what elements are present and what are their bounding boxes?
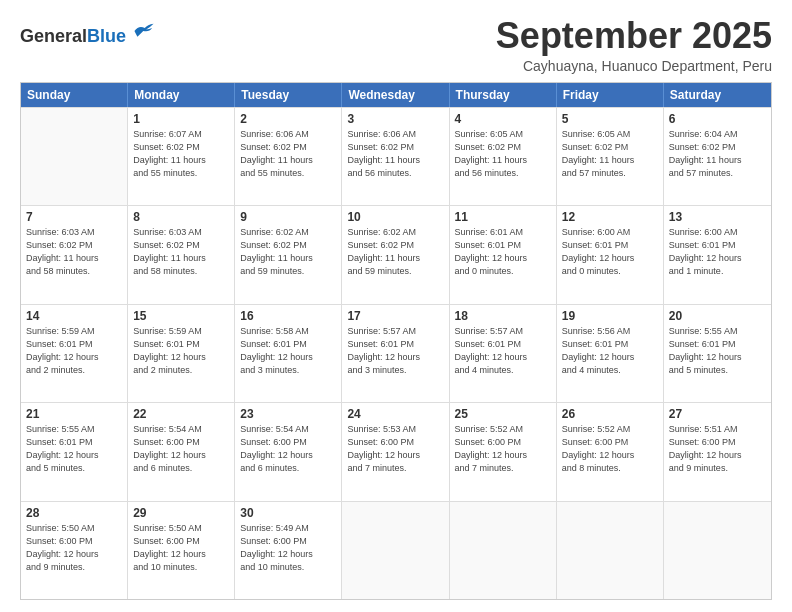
day-number: 8 [133,210,229,224]
day-info: Sunrise: 5:55 AM Sunset: 6:01 PM Dayligh… [669,325,766,377]
day-info: Sunrise: 6:00 AM Sunset: 6:01 PM Dayligh… [669,226,766,278]
day-info: Sunrise: 6:04 AM Sunset: 6:02 PM Dayligh… [669,128,766,180]
day-info: Sunrise: 6:05 AM Sunset: 6:02 PM Dayligh… [562,128,658,180]
day-info: Sunrise: 5:50 AM Sunset: 6:00 PM Dayligh… [26,522,122,574]
calendar-cell: 12Sunrise: 6:00 AM Sunset: 6:01 PM Dayli… [557,206,664,303]
day-info: Sunrise: 6:06 AM Sunset: 6:02 PM Dayligh… [347,128,443,180]
calendar-cell: 3Sunrise: 6:06 AM Sunset: 6:02 PM Daylig… [342,108,449,205]
day-number: 9 [240,210,336,224]
day-number: 27 [669,407,766,421]
day-info: Sunrise: 5:51 AM Sunset: 6:00 PM Dayligh… [669,423,766,475]
calendar: SundayMondayTuesdayWednesdayThursdayFrid… [20,82,772,600]
day-number: 5 [562,112,658,126]
calendar-cell: 28Sunrise: 5:50 AM Sunset: 6:00 PM Dayli… [21,502,128,599]
calendar-cell: 4Sunrise: 6:05 AM Sunset: 6:02 PM Daylig… [450,108,557,205]
day-number: 10 [347,210,443,224]
day-number: 16 [240,309,336,323]
weekday-header: Thursday [450,83,557,107]
day-info: Sunrise: 6:07 AM Sunset: 6:02 PM Dayligh… [133,128,229,180]
logo-bird-icon [133,20,155,42]
weekday-header: Monday [128,83,235,107]
day-number: 6 [669,112,766,126]
calendar-cell [557,502,664,599]
weekday-header: Tuesday [235,83,342,107]
calendar-cell: 25Sunrise: 5:52 AM Sunset: 6:00 PM Dayli… [450,403,557,500]
calendar-cell [21,108,128,205]
calendar-cell [450,502,557,599]
calendar-cell [342,502,449,599]
calendar-cell: 29Sunrise: 5:50 AM Sunset: 6:00 PM Dayli… [128,502,235,599]
day-number: 20 [669,309,766,323]
weekday-header: Saturday [664,83,771,107]
calendar-header: SundayMondayTuesdayWednesdayThursdayFrid… [21,83,771,107]
logo-blue-text: Blue [87,26,126,46]
calendar-row: 7Sunrise: 6:03 AM Sunset: 6:02 PM Daylig… [21,205,771,303]
weekday-header: Sunday [21,83,128,107]
page: GeneralBlue September 2025 Cayhuayna, Hu… [0,0,792,612]
weekday-header: Friday [557,83,664,107]
day-info: Sunrise: 5:55 AM Sunset: 6:01 PM Dayligh… [26,423,122,475]
calendar-cell: 8Sunrise: 6:03 AM Sunset: 6:02 PM Daylig… [128,206,235,303]
calendar-cell: 30Sunrise: 5:49 AM Sunset: 6:00 PM Dayli… [235,502,342,599]
month-title: September 2025 [496,16,772,56]
day-number: 17 [347,309,443,323]
calendar-cell: 1Sunrise: 6:07 AM Sunset: 6:02 PM Daylig… [128,108,235,205]
calendar-cell: 11Sunrise: 6:01 AM Sunset: 6:01 PM Dayli… [450,206,557,303]
day-number: 2 [240,112,336,126]
calendar-cell [664,502,771,599]
calendar-row: 28Sunrise: 5:50 AM Sunset: 6:00 PM Dayli… [21,501,771,599]
day-info: Sunrise: 5:56 AM Sunset: 6:01 PM Dayligh… [562,325,658,377]
calendar-cell: 23Sunrise: 5:54 AM Sunset: 6:00 PM Dayli… [235,403,342,500]
calendar-cell: 2Sunrise: 6:06 AM Sunset: 6:02 PM Daylig… [235,108,342,205]
calendar-cell: 16Sunrise: 5:58 AM Sunset: 6:01 PM Dayli… [235,305,342,402]
day-info: Sunrise: 5:53 AM Sunset: 6:00 PM Dayligh… [347,423,443,475]
day-number: 15 [133,309,229,323]
day-info: Sunrise: 5:54 AM Sunset: 6:00 PM Dayligh… [133,423,229,475]
day-info: Sunrise: 5:49 AM Sunset: 6:00 PM Dayligh… [240,522,336,574]
day-info: Sunrise: 6:01 AM Sunset: 6:01 PM Dayligh… [455,226,551,278]
calendar-cell: 22Sunrise: 5:54 AM Sunset: 6:00 PM Dayli… [128,403,235,500]
calendar-body: 1Sunrise: 6:07 AM Sunset: 6:02 PM Daylig… [21,107,771,599]
calendar-row: 1Sunrise: 6:07 AM Sunset: 6:02 PM Daylig… [21,107,771,205]
day-number: 13 [669,210,766,224]
day-number: 30 [240,506,336,520]
calendar-row: 21Sunrise: 5:55 AM Sunset: 6:01 PM Dayli… [21,402,771,500]
day-info: Sunrise: 6:02 AM Sunset: 6:02 PM Dayligh… [240,226,336,278]
day-info: Sunrise: 5:54 AM Sunset: 6:00 PM Dayligh… [240,423,336,475]
day-number: 21 [26,407,122,421]
calendar-cell: 10Sunrise: 6:02 AM Sunset: 6:02 PM Dayli… [342,206,449,303]
calendar-cell: 5Sunrise: 6:05 AM Sunset: 6:02 PM Daylig… [557,108,664,205]
day-info: Sunrise: 6:03 AM Sunset: 6:02 PM Dayligh… [26,226,122,278]
calendar-cell: 7Sunrise: 6:03 AM Sunset: 6:02 PM Daylig… [21,206,128,303]
day-number: 23 [240,407,336,421]
day-number: 14 [26,309,122,323]
calendar-cell: 17Sunrise: 5:57 AM Sunset: 6:01 PM Dayli… [342,305,449,402]
logo: GeneralBlue [20,20,155,47]
day-info: Sunrise: 5:58 AM Sunset: 6:01 PM Dayligh… [240,325,336,377]
calendar-cell: 26Sunrise: 5:52 AM Sunset: 6:00 PM Dayli… [557,403,664,500]
calendar-cell: 19Sunrise: 5:56 AM Sunset: 6:01 PM Dayli… [557,305,664,402]
calendar-cell: 14Sunrise: 5:59 AM Sunset: 6:01 PM Dayli… [21,305,128,402]
day-number: 26 [562,407,658,421]
day-info: Sunrise: 6:06 AM Sunset: 6:02 PM Dayligh… [240,128,336,180]
header: GeneralBlue September 2025 Cayhuayna, Hu… [20,16,772,74]
day-number: 18 [455,309,551,323]
day-number: 12 [562,210,658,224]
day-number: 3 [347,112,443,126]
day-info: Sunrise: 5:52 AM Sunset: 6:00 PM Dayligh… [455,423,551,475]
day-number: 4 [455,112,551,126]
calendar-cell: 24Sunrise: 5:53 AM Sunset: 6:00 PM Dayli… [342,403,449,500]
day-number: 24 [347,407,443,421]
day-info: Sunrise: 6:03 AM Sunset: 6:02 PM Dayligh… [133,226,229,278]
day-number: 1 [133,112,229,126]
day-number: 22 [133,407,229,421]
calendar-row: 14Sunrise: 5:59 AM Sunset: 6:01 PM Dayli… [21,304,771,402]
day-number: 11 [455,210,551,224]
day-number: 29 [133,506,229,520]
day-info: Sunrise: 5:57 AM Sunset: 6:01 PM Dayligh… [347,325,443,377]
day-number: 19 [562,309,658,323]
calendar-cell: 18Sunrise: 5:57 AM Sunset: 6:01 PM Dayli… [450,305,557,402]
calendar-cell: 6Sunrise: 6:04 AM Sunset: 6:02 PM Daylig… [664,108,771,205]
logo-general-text: General [20,26,87,46]
calendar-cell: 13Sunrise: 6:00 AM Sunset: 6:01 PM Dayli… [664,206,771,303]
